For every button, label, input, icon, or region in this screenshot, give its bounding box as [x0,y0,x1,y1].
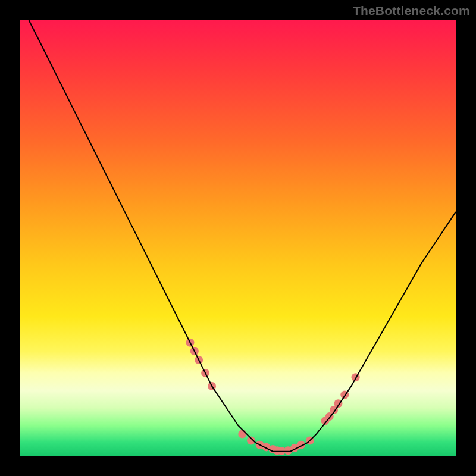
scatter-dots [186,339,360,455]
chart-stage: TheBottleneck.com [0,0,476,476]
curve-layer [20,20,456,456]
scatter-dot [238,430,246,438]
watermark-text: TheBottleneck.com [353,4,470,18]
plot-area [20,20,456,456]
bottleneck-curve-line [29,20,456,452]
